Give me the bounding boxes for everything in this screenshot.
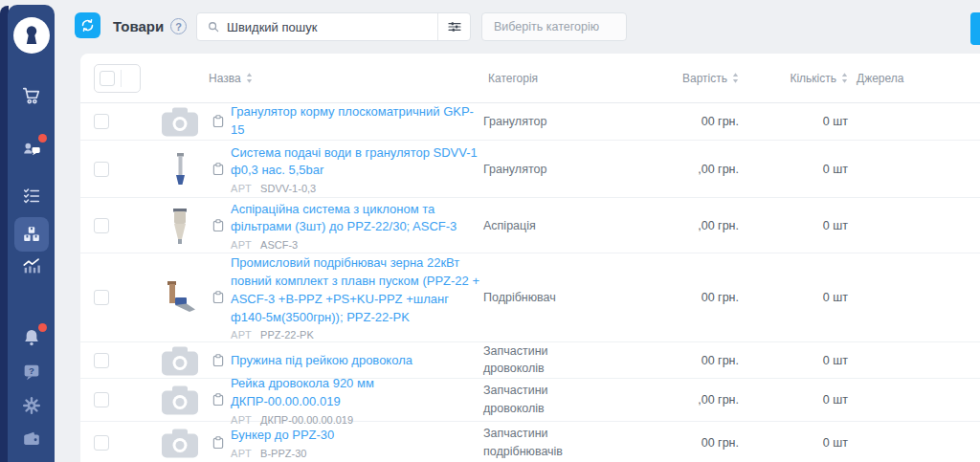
article-label: АРТ bbox=[231, 239, 252, 251]
quantity-cell: 0 шт bbox=[750, 219, 848, 232]
article-value: ASCF-3 bbox=[260, 239, 298, 251]
table-body: Гранулятор корму плоскоматричний GKP-15 … bbox=[80, 103, 980, 462]
column-header-quantity[interactable]: Кількість bbox=[750, 72, 848, 85]
row-checkbox[interactable] bbox=[94, 114, 109, 129]
sidebar-item-analytics[interactable] bbox=[14, 249, 49, 283]
price-cell: 00 грн. bbox=[616, 354, 739, 367]
svg-text:?: ? bbox=[29, 365, 34, 376]
table-row: Рейка дровокола 920 мм ДКПР-00.00.00.019… bbox=[80, 379, 980, 422]
contacts-badge bbox=[38, 134, 47, 143]
product-name-link[interactable]: Рейка дровокола 920 мм ДКПР-00.00.00.019 bbox=[231, 375, 487, 411]
category-cell: Гранулятор bbox=[483, 160, 583, 178]
article-value: PPZ-22-PK bbox=[260, 329, 314, 341]
search-filter-button[interactable] bbox=[437, 13, 470, 40]
column-header-price[interactable]: Вартість bbox=[616, 72, 739, 85]
help-bubble-icon: ? bbox=[21, 362, 42, 383]
sidebar-item-contacts[interactable] bbox=[14, 131, 49, 165]
search-input[interactable] bbox=[227, 20, 437, 34]
category-dropdown[interactable]: Виберіть категорію bbox=[481, 12, 627, 41]
row-checkbox[interactable] bbox=[94, 353, 109, 368]
price-cell: ,00 грн. bbox=[616, 163, 739, 176]
row-checkbox[interactable] bbox=[94, 392, 109, 407]
sidebar-item-products[interactable] bbox=[14, 217, 49, 252]
price-cell: ,00 грн. bbox=[616, 219, 739, 232]
row-checkbox[interactable] bbox=[94, 218, 109, 233]
sort-icon bbox=[246, 73, 253, 83]
article-value: B-PPZ-30 bbox=[260, 448, 306, 459]
camera-placeholder-icon bbox=[161, 106, 199, 138]
row-checkbox[interactable] bbox=[94, 290, 109, 305]
quantity-cell: 0 шт bbox=[750, 436, 848, 450]
product-name-link[interactable]: Промисловий подрібнювач зерна 22кВт повн… bbox=[231, 254, 487, 326]
quantity-cell: 0 шт bbox=[750, 354, 848, 367]
sidebar-item-tasks[interactable] bbox=[14, 179, 49, 213]
quick-search bbox=[196, 12, 471, 41]
category-dropdown-value: Виберіть категорію bbox=[494, 20, 599, 33]
analytics-chart-icon bbox=[21, 255, 42, 276]
product-name-link[interactable]: Аспіраційна система з циклоном та фільтр… bbox=[231, 200, 487, 236]
top-right-action-button[interactable] bbox=[970, 12, 980, 45]
topbar: Товари ? Виберіть категорію bbox=[55, 0, 980, 54]
price-cell: ,00 грн. bbox=[616, 393, 739, 407]
table-row: Гранулятор корму плоскоматричний GKP-15 … bbox=[80, 103, 980, 141]
search-icon bbox=[207, 20, 220, 33]
clipboard-icon bbox=[212, 115, 225, 129]
sidebar: ? bbox=[8, 5, 55, 462]
row-checkbox[interactable] bbox=[94, 162, 109, 177]
product-photo bbox=[159, 150, 201, 188]
table-row: Пружина під рейкою дровокола АРТ Запчаст… bbox=[80, 342, 980, 379]
products-boxes-icon bbox=[21, 224, 42, 245]
select-all-checkbox[interactable] bbox=[100, 71, 115, 86]
help-icon[interactable]: ? bbox=[170, 18, 187, 34]
sliders-filter-icon bbox=[447, 19, 462, 34]
article-line: АРТ B-PPZ-30 bbox=[231, 448, 487, 459]
select-all-control[interactable] bbox=[94, 64, 141, 93]
clipboard-icon bbox=[212, 353, 225, 367]
product-name-link[interactable]: Пружина під рейкою дровокола bbox=[231, 351, 487, 369]
page-title: Товари bbox=[113, 18, 164, 34]
product-photo bbox=[166, 150, 194, 188]
product-photo bbox=[159, 206, 201, 246]
app-logo-keyhole-icon[interactable] bbox=[13, 17, 50, 54]
article-line: АРТ PPZ-22-PK bbox=[231, 329, 487, 341]
quantity-cell: 0 шт bbox=[750, 393, 848, 407]
row-checkbox[interactable] bbox=[94, 435, 109, 451]
table-header: Назва Категорія Вартість Кількість Джере… bbox=[80, 54, 980, 103]
price-cell: 00 грн. bbox=[616, 436, 739, 450]
wallet-icon bbox=[21, 429, 42, 450]
sidebar-item-notifications[interactable] bbox=[14, 320, 49, 355]
sidebar-item-wallet[interactable] bbox=[14, 422, 49, 456]
article-value: SDVV-1-0,3 bbox=[260, 183, 316, 194]
product-photo bbox=[159, 278, 201, 317]
product-photo bbox=[159, 278, 201, 317]
refresh-button[interactable] bbox=[75, 12, 100, 38]
camera-placeholder-icon bbox=[159, 428, 201, 459]
cart-icon bbox=[21, 85, 42, 106]
article-label: АРТ bbox=[231, 448, 252, 459]
camera-placeholder-icon bbox=[161, 385, 199, 416]
settings-gear-icon bbox=[21, 395, 42, 416]
category-cell: Запчастини подрібнювачів bbox=[483, 425, 583, 461]
sidebar-item-help[interactable]: ? bbox=[14, 355, 49, 389]
column-header-category: Категорія bbox=[488, 72, 538, 85]
price-cell: 00 грн. bbox=[616, 291, 739, 304]
quantity-cell: 0 шт bbox=[750, 163, 848, 176]
column-header-name[interactable]: Назва bbox=[209, 72, 253, 85]
product-name-link[interactable]: Система подачі води в гранулятор SDVV-1 … bbox=[231, 143, 487, 180]
table-row: Аспіраційна система з циклоном та фільтр… bbox=[80, 198, 980, 253]
product-name-link[interactable]: Гранулятор корму плоскоматричний GKP-15 bbox=[231, 103, 487, 140]
article-line: АРТ ASCF-3 bbox=[231, 239, 487, 251]
sidebar-item-settings[interactable] bbox=[14, 388, 49, 423]
sidebar-item-orders[interactable] bbox=[14, 78, 49, 113]
quantity-cell: 0 шт bbox=[750, 291, 848, 304]
products-table-card: Назва Категорія Вартість Кількість Джере… bbox=[80, 54, 980, 462]
camera-placeholder-icon bbox=[159, 106, 201, 138]
category-cell: Запчастини дровоколів bbox=[483, 342, 583, 379]
clipboard-icon bbox=[212, 436, 225, 451]
product-name-link[interactable]: Бункер до PPZ-30 bbox=[231, 427, 487, 445]
product-photo bbox=[166, 206, 194, 246]
camera-placeholder-icon bbox=[161, 428, 199, 459]
price-cell: 00 грн. bbox=[616, 115, 739, 128]
clipboard-icon bbox=[212, 218, 225, 232]
category-cell: Подрібнювач bbox=[483, 289, 583, 307]
